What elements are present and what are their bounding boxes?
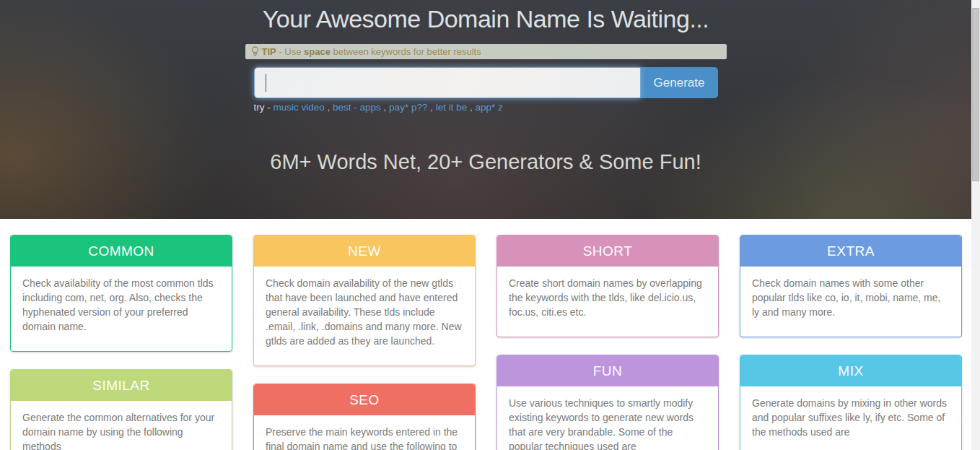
tagline: 6M+ Words Net, 20+ Generators & Some Fun…: [0, 150, 971, 174]
card-extra-title: EXTRA: [740, 235, 961, 267]
card-extra[interactable]: EXTRA Check domain names with some other…: [740, 235, 962, 337]
try-link-3[interactable]: pay* p??: [389, 102, 427, 113]
hero-section: Your Awesome Domain Name Is Waiting... T…: [0, 0, 971, 219]
cards-column-1: COMMON Check availability of the most co…: [10, 235, 232, 450]
cards-column-3: SHORT Create short domain names by overl…: [496, 235, 719, 450]
tip-text-post: between keywords for better results: [331, 44, 481, 59]
cards-column-2: NEW Check domain availability of the new…: [253, 235, 476, 450]
card-new-title: NEW: [254, 235, 475, 267]
card-seo-description: Preserve the main keywords entered in th…: [254, 415, 475, 450]
cards-column-4: EXTRA Check domain names with some other…: [740, 235, 962, 450]
try-separator: ,: [427, 102, 435, 113]
card-seo[interactable]: SEO Preserve the main keywords entered i…: [253, 384, 476, 450]
try-link-5[interactable]: app* z: [475, 102, 502, 113]
card-mix-title: MIX: [740, 355, 961, 386]
try-prefix: try -: [254, 102, 274, 113]
card-common-description: Check availability of the most common tl…: [11, 267, 232, 351]
tip-highlight: space: [304, 44, 331, 59]
card-short[interactable]: SHORT Create short domain names by overl…: [496, 235, 719, 337]
card-fun-description: Use various techniques to smartly modify…: [497, 386, 718, 450]
card-new[interactable]: NEW Check domain availability of the new…: [253, 235, 476, 366]
card-short-title: SHORT: [497, 235, 718, 267]
try-link-4[interactable]: let it be: [436, 102, 468, 113]
card-common[interactable]: COMMON Check availability of the most co…: [10, 235, 232, 352]
try-link-2[interactable]: best - apps: [333, 102, 381, 113]
keyword-search-input[interactable]: [254, 67, 641, 98]
card-fun-title: FUN: [497, 355, 718, 386]
card-common-title: COMMON: [11, 235, 232, 267]
card-seo-title: SEO: [254, 384, 475, 415]
card-new-description: Check domain availability of the new gtl…: [254, 267, 475, 365]
try-examples: try - music video , best - apps , pay* p…: [254, 102, 718, 113]
card-short-description: Create short domain names by overlapping…: [497, 267, 718, 337]
tip-text-pre: - Use: [276, 44, 304, 59]
try-separator: ,: [467, 102, 475, 113]
generate-button[interactable]: Generate: [641, 67, 718, 98]
text-caret: [266, 74, 266, 92]
page-scrollbar[interactable]: [971, 0, 980, 450]
tip-label: TIP: [262, 44, 276, 59]
card-similar-title: SIMILAR: [11, 370, 232, 401]
card-mix-description: Generate domains by mixing in other word…: [740, 386, 961, 450]
tip-bar: TIP - Use space between keywords for bet…: [245, 44, 727, 59]
card-similar[interactable]: SIMILAR Generate the common alternatives…: [10, 369, 232, 450]
card-fun[interactable]: FUN Use various techniques to smartly mo…: [496, 355, 719, 450]
lightbulb-icon: [251, 46, 259, 57]
try-separator: ,: [381, 102, 389, 113]
card-mix[interactable]: MIX Generate domains by mixing in other …: [740, 355, 962, 450]
page-title: Your Awesome Domain Name Is Waiting...: [0, 5, 971, 33]
generator-cards-grid: COMMON Check availability of the most co…: [0, 219, 980, 450]
card-extra-description: Check domain names with some other popul…: [740, 267, 961, 337]
card-similar-description: Generate the common alternatives for you…: [11, 401, 232, 450]
scrollbar-thumb[interactable]: [972, 8, 979, 181]
try-separator: ,: [325, 102, 333, 113]
search-row: Generate: [254, 67, 718, 98]
try-link-1[interactable]: music video: [274, 102, 325, 113]
